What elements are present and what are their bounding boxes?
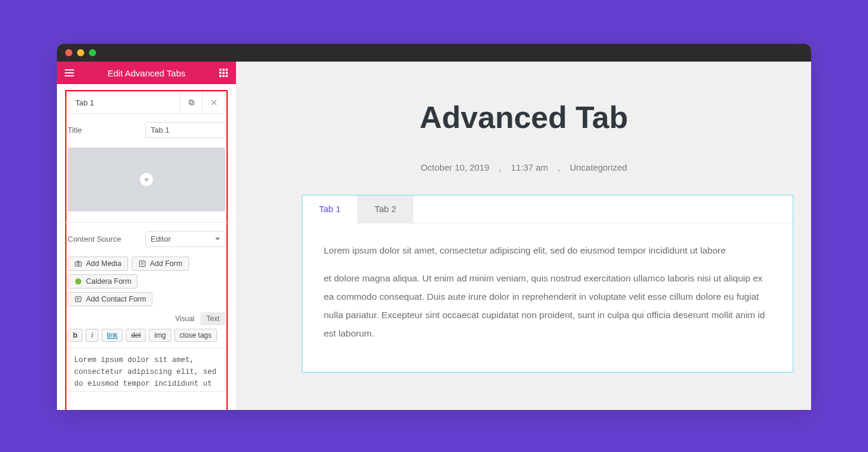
svg-rect-6 [219,75,222,78]
del-button[interactable]: del [126,329,146,342]
content-source-row: Content Source Editor [68,231,225,247]
post-time: 11:37 am [511,162,548,172]
editor-sidebar: Edit Advanced Tabs Tab 1 [57,62,237,410]
app-window: Edit Advanced Tabs Tab 1 [57,44,811,410]
svg-rect-7 [222,75,225,78]
svg-rect-9 [190,101,193,105]
tab-item-header[interactable]: Tab 1 [68,91,225,114]
preview-tab-2[interactable]: Tab 2 [358,195,414,223]
meta-sep: , [499,162,501,172]
meta-sep: , [558,162,560,172]
content-source-select[interactable]: Editor [145,231,225,247]
svg-rect-8 [226,75,228,78]
visual-tab[interactable]: Visual [170,312,200,325]
link-button[interactable]: link [101,329,123,342]
svg-rect-10 [189,100,192,104]
page-title: Advanced Tab [237,100,811,135]
plus-icon: + [140,173,153,186]
media-upload-box[interactable]: + [68,148,225,211]
content-source-value: Editor [151,235,171,243]
advanced-tabs-widget: Tab 1 Tab 2 Lorem ipsum dolor sit amet, … [302,195,793,373]
window-minimize-dot[interactable] [77,49,84,56]
form-icon [138,259,146,268]
contact-icon [74,295,82,303]
title-field-row: Title [68,122,225,138]
title-label: Title [68,126,82,134]
svg-point-12 [77,263,79,265]
caldera-icon [74,277,82,286]
svg-rect-2 [226,69,228,71]
widgets-grid-icon[interactable] [218,68,229,78]
add-media-label: Add Media [86,259,122,268]
svg-point-14 [75,278,82,285]
close-tags-button[interactable]: close tags [174,329,217,342]
title-input[interactable] [145,122,225,138]
divider [57,222,236,223]
duplicate-icon[interactable] [180,92,202,113]
add-contact-form-button[interactable]: Add Contact Form [68,292,152,306]
post-meta: October 10, 2019 , 11:37 am , Uncategori… [237,162,811,172]
svg-rect-5 [226,72,228,74]
italic-button[interactable]: i [85,329,98,342]
img-button[interactable]: img [149,329,171,342]
menu-icon[interactable] [64,68,75,78]
titlebar [57,44,811,62]
chevron-down-icon [215,238,220,241]
bold-button[interactable]: b [68,329,82,342]
format-toolbar: b i link del img close tags [68,329,225,342]
svg-rect-3 [219,72,222,74]
add-contact-form-label: Add Contact Form [86,295,146,303]
content-source-label: Content Source [68,235,121,243]
caldera-form-label: Caldera Form [86,277,131,286]
content-textarea[interactable]: Lorem ipsum dolor sit amet, consectetur … [68,348,225,392]
preview-tab-1[interactable]: Tab 1 [302,195,358,223]
add-form-label: Add Form [150,259,183,268]
content-paragraph: Lorem ipsum dolor sit amet, consectetur … [324,241,771,259]
svg-rect-0 [219,69,222,71]
close-icon[interactable] [202,92,225,113]
sidebar-title: Edit Advanced Tabs [75,68,218,78]
tab-content: Lorem ipsum dolor sit amet, consectetur … [302,223,793,370]
tabs-header: Tab 1 Tab 2 [302,195,793,223]
sidebar-header: Edit Advanced Tabs [57,62,236,84]
preview-area: Advanced Tab October 10, 2019 , 11:37 am… [237,62,811,410]
caldera-form-button[interactable]: Caldera Form [68,274,138,288]
window-maximize-dot[interactable] [89,49,96,56]
editor-mode-tabs: Visual Text [68,312,225,325]
content-paragraph: et dolore magna aliqua. Ut enim ad minim… [324,269,771,342]
svg-rect-1 [222,69,225,71]
add-form-button[interactable]: Add Form [132,257,189,271]
post-category: Uncategorized [570,162,627,172]
window-close-dot[interactable] [65,49,72,56]
tab-item-title: Tab 1 [68,98,180,107]
post-date: October 10, 2019 [420,162,489,172]
svg-rect-15 [75,297,81,302]
text-tab[interactable]: Text [200,312,225,325]
camera-icon [74,259,82,268]
svg-rect-11 [75,262,82,266]
svg-rect-4 [222,72,225,74]
add-media-button[interactable]: Add Media [68,257,128,271]
